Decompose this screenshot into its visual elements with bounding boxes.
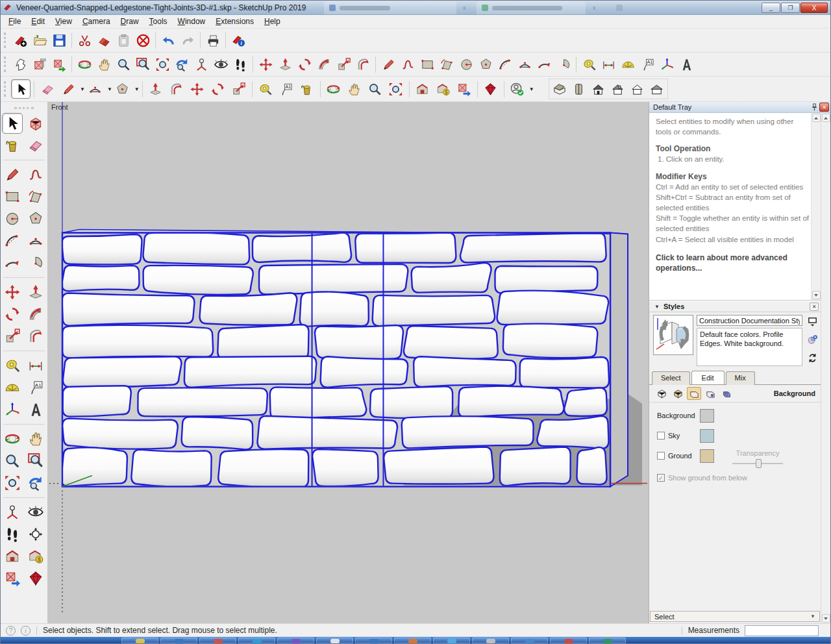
dropdown-caret-icon[interactable]: ▼ [80,86,85,92]
push-pull-tool-button[interactable] [25,282,46,303]
house-front-button[interactable] [589,80,608,98]
scroll-up-icon[interactable] [812,114,821,122]
zoom-previous-tool-button[interactable] [25,473,46,493]
orbit-tool-button[interactable] [324,79,343,99]
zoom-tool-button[interactable] [366,79,385,99]
position-camera-tool-button[interactable] [192,55,210,73]
taskbar-app-button[interactable] [550,638,587,643]
select-tool-button[interactable] [11,79,31,99]
follow-me-tool-button[interactable] [25,304,46,325]
open-tool-button[interactable] [31,31,49,49]
scroll-down-icon[interactable] [812,291,821,299]
share-component-tool-button[interactable] [454,79,474,99]
component-exchange-tool-button[interactable] [50,55,68,73]
dimension-tool-button[interactable] [25,355,46,376]
ground-checkbox[interactable] [657,452,665,460]
dimension-tool-button[interactable] [599,55,617,73]
tray-scrollbar[interactable] [821,113,830,623]
style-description[interactable]: Default face colors. Profile Edges. Whit… [697,328,802,366]
instructor-scrollbar[interactable] [811,113,821,300]
walk-tool-button[interactable] [231,55,249,73]
pie-tool-button[interactable] [554,55,573,73]
face-settings-button[interactable] [671,387,685,400]
line-tool-button[interactable] [379,55,397,73]
toolbar-grip[interactable] [4,32,8,48]
show-ground-checkbox[interactable]: ✓ [657,474,665,482]
rotate-tool-button[interactable] [2,304,23,325]
menu-help[interactable]: Help [259,16,286,27]
freehand-tool-button[interactable] [25,164,46,185]
look-around-tool-button[interactable] [25,502,46,523]
look-around-tool-button[interactable] [212,55,230,73]
eraser-tool-button[interactable] [25,135,46,156]
collapsed-select-section[interactable]: Select ▼ [650,611,820,622]
scale-tool-button[interactable] [334,55,353,73]
push-pull-tool-button[interactable] [146,79,166,99]
tape-measure-tool-button[interactable] [2,355,23,376]
taskbar-app-button[interactable] [277,638,314,643]
house-back-button[interactable] [628,80,647,98]
instructor-more-link[interactable]: Click to learn about more advanced opera… [656,253,810,273]
axes-tool-button[interactable] [2,399,23,420]
styles-tab-select[interactable]: Select [652,371,690,385]
styles-close-icon[interactable]: ✕ [810,303,819,311]
print-tool-button[interactable] [204,31,222,49]
watermark-settings-button[interactable] [703,387,717,400]
paste-tool-button[interactable] [114,31,132,49]
taskbar-app-button[interactable] [160,638,197,643]
menu-file[interactable]: File [3,16,26,27]
taskbar-app-button[interactable] [238,638,275,643]
menu-camera[interactable]: Camera [77,16,116,27]
select-tool-button[interactable] [2,113,23,134]
save-tool-button[interactable] [50,31,68,49]
push-pull-tool-button[interactable] [276,55,294,73]
rectangle-tool-button[interactable] [2,186,23,207]
model-info-tool-button[interactable]: i [229,31,247,49]
3d-warehouse-tool-button[interactable] [413,79,432,99]
pan-tool-button[interactable] [25,428,46,449]
zoom-tool-button[interactable] [2,451,23,471]
circle-tool-button[interactable] [2,208,23,229]
taskbar-app-button[interactable] [316,638,353,643]
eraser-tool-button[interactable] [38,79,57,99]
house-iso-button[interactable] [551,80,569,98]
zoom-extents-tool-button[interactable] [153,55,171,73]
modeling-settings-button[interactable] [719,387,734,400]
texture-position-tool-button[interactable] [31,55,49,73]
tape-measure-tool-button[interactable] [580,55,598,73]
ground-color-swatch[interactable] [700,449,714,463]
sky-checkbox[interactable] [657,432,665,440]
orbit-tool-button[interactable] [75,55,93,73]
style-name-input[interactable] [697,315,802,326]
house-left-button[interactable] [648,80,666,98]
text-tool-button[interactable]: A1 [277,79,296,99]
model-viewport[interactable]: Front [48,102,649,623]
styles-tab-edit[interactable]: Edit [691,371,725,384]
share-model-tool-button[interactable]: $ [434,79,453,99]
offset-tool-button[interactable] [167,79,186,99]
collapse-arrow-icon[interactable]: ▼ [654,304,660,310]
tray-close-icon[interactable]: ✕ [819,103,829,112]
polygon-tool-button[interactable] [25,208,46,229]
edge-settings-button[interactable] [654,387,669,400]
scale-tool-button[interactable] [229,79,249,99]
cut-tool-button[interactable] [75,31,93,49]
follow-me-tool-button[interactable] [315,55,333,73]
credits-info-icon[interactable]: i [21,626,31,636]
stone-veneer-wall[interactable] [61,232,609,488]
dropdown-caret-icon[interactable]: ▼ [107,86,112,92]
restore-button[interactable]: ❐ [781,3,800,13]
house-right-button[interactable] [609,80,627,98]
3d-text-tool-button[interactable] [25,399,46,420]
menu-view[interactable]: View [50,16,77,27]
circle-tool-button[interactable] [457,55,475,73]
windows-taskbar[interactable] [1,637,830,643]
pan-tool-button[interactable] [345,79,364,99]
taskbar-app-button[interactable] [199,638,236,643]
protractor-tool-button[interactable] [2,377,23,398]
three-point-arc-tool-button[interactable] [535,55,553,73]
display-secondary-pane-icon[interactable] [807,316,818,330]
tape-measure-tool-button[interactable] [256,79,275,99]
hand-cursor-tool-button[interactable] [11,55,29,73]
menu-window[interactable]: Window [173,16,211,27]
